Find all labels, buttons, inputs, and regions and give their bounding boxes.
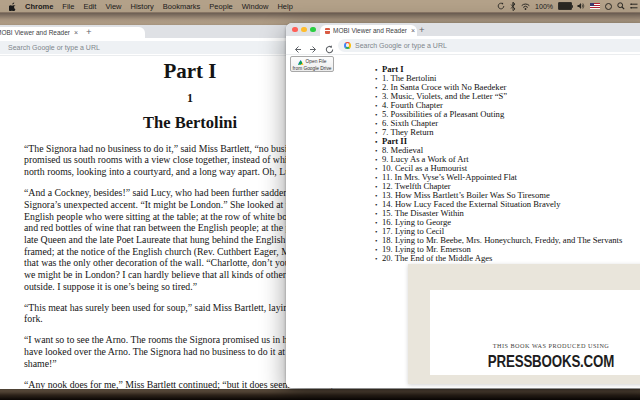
reload-icon[interactable] (325, 40, 334, 49)
toc-item[interactable]: 20. The End of the Middle Ages (375, 254, 622, 263)
wifi-icon[interactable] (521, 3, 530, 10)
open-file-line2: from Google Drive (291, 66, 333, 73)
front-content: Open File from Google Drive Part I1. The… (286, 55, 640, 388)
menu-item[interactable]: File (62, 2, 74, 11)
front-tab-close-icon[interactable]: × (411, 27, 415, 34)
produced-text: THIS BOOK WAS PRODUCED USING (444, 342, 640, 349)
close-window-button[interactable] (292, 27, 298, 33)
siri-icon[interactable] (605, 3, 612, 10)
front-new-tab-button[interactable]: + (419, 25, 425, 35)
cover-inner-page: THIS BOOK WAS PRODUCED USING PRESSBOOKS.… (430, 290, 640, 375)
bluetooth-icon[interactable] (510, 2, 516, 11)
toc-list: Part I1. The Bertolini2. In Santa Croce … (375, 65, 622, 264)
google-drive-icon (298, 60, 304, 65)
menu-item[interactable]: People (209, 2, 232, 11)
front-tab[interactable]: MOBI Viewer and Reader × (320, 25, 417, 36)
open-file-button[interactable]: Open File from Google Drive (290, 56, 334, 72)
front-toolbar: Search Google or type a URL (286, 36, 640, 55)
zoom-window-button[interactable] (310, 27, 316, 33)
menu-item[interactable]: Help (277, 2, 292, 11)
menu-item[interactable]: Window (242, 2, 269, 11)
window-controls (292, 27, 316, 33)
open-file-line1: Open File (306, 59, 327, 66)
menu-items: ChromeFileEditViewHistoryBookmarksPeople… (25, 2, 302, 11)
menu-item[interactable]: View (105, 2, 121, 11)
menu-item[interactable]: Chrome (25, 2, 53, 11)
minimize-window-button[interactable] (301, 27, 307, 33)
front-browser-window: MOBI Viewer and Reader × + Search Google… (286, 23, 640, 388)
forward-nav-icon[interactable] (309, 40, 318, 49)
menu-bar: ChromeFileEditViewHistoryBookmarksPeople… (0, 0, 640, 12)
menu-item[interactable]: Edit (83, 2, 96, 11)
volume-icon[interactable] (577, 2, 585, 10)
front-tab-bar: MOBI Viewer and Reader × + (286, 23, 640, 36)
back-nav-icon[interactable] (293, 40, 302, 49)
front-address-placeholder: Search Google or type a URL (355, 42, 447, 49)
sync-icon[interactable] (497, 2, 505, 10)
notification-center-icon[interactable] (630, 2, 638, 10)
us-flag-icon[interactable] (590, 3, 600, 9)
spotlight-icon[interactable] (617, 2, 625, 10)
status-icons: 100% (497, 0, 640, 12)
front-tab-title: MOBI Viewer and Reader (333, 27, 407, 34)
back-new-tab-button[interactable]: + (86, 27, 92, 37)
back-tab[interactable]: MOBI Viewer and Reader × (0, 27, 145, 38)
book-back-cover: THIS BOOK WAS PRODUCED USING PRESSBOOKS.… (408, 264, 640, 384)
battery-percentage: 100% (535, 3, 553, 10)
menu-item[interactable]: Bookmarks (163, 2, 201, 11)
back-address-placeholder: Search Google or type a URL (8, 44, 100, 51)
toc-item[interactable]: 7. They Return (375, 128, 622, 137)
front-address-bar[interactable]: Search Google or type a URL (338, 39, 640, 52)
google-g-icon (344, 42, 351, 49)
desktop: ChromeFileEditViewHistoryBookmarksPeople… (0, 0, 640, 400)
mobi-favicon (325, 28, 330, 34)
menu-item[interactable]: History (131, 2, 154, 11)
apple-icon[interactable] (9, 2, 16, 11)
back-tab-close-icon[interactable]: × (74, 29, 78, 36)
back-tab-title: MOBI Viewer and Reader (0, 29, 70, 36)
battery-icon[interactable] (558, 2, 572, 10)
pressbooks-brand: PRESSBOOKS.COM (453, 352, 640, 370)
